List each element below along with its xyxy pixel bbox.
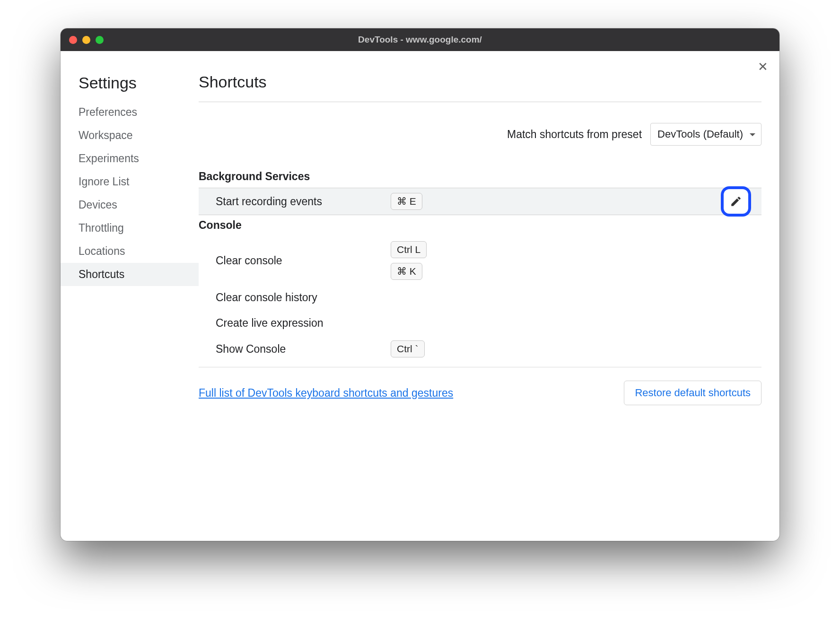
restore-defaults-button[interactable]: Restore default shortcuts: [624, 381, 761, 405]
window-minimize-button[interactable]: [82, 36, 90, 44]
sidebar-item-experiments[interactable]: Experiments: [61, 147, 199, 170]
edit-shortcut-button[interactable]: [724, 189, 748, 214]
sidebar-item-shortcuts[interactable]: Shortcuts: [61, 263, 199, 286]
window-close-button[interactable]: [69, 36, 77, 44]
preset-value: DevTools (Default): [657, 128, 743, 140]
sidebar-item-locations[interactable]: Locations: [61, 240, 199, 263]
titlebar: DevTools - www.google.com/: [61, 28, 779, 51]
preset-label: Match shortcuts from preset: [507, 128, 642, 141]
shortcut-action: Start recording events: [216, 195, 391, 208]
pencil-icon: [730, 195, 742, 208]
shortcut-row[interactable]: Create live expression: [199, 310, 761, 336]
shortcut-keys: ⌘ E: [391, 193, 422, 210]
sidebar-item-throttling[interactable]: Throttling: [61, 217, 199, 240]
sidebar-item-devices[interactable]: Devices: [61, 193, 199, 217]
shortcut-row[interactable]: Clear console history: [199, 285, 761, 310]
shortcut-row[interactable]: Clear consoleCtrl L⌘ K: [199, 236, 761, 285]
full-list-link[interactable]: Full list of DevTools keyboard shortcuts…: [199, 387, 453, 400]
sidebar-item-ignore-list[interactable]: Ignore List: [61, 170, 199, 193]
window-title: DevTools - www.google.com/: [61, 35, 779, 45]
shortcut-action: Show Console: [216, 343, 391, 356]
body: ✕ Settings PreferencesWorkspaceExperimen…: [61, 51, 779, 541]
sidebar-item-preferences[interactable]: Preferences: [61, 101, 199, 124]
shortcut-keys: Ctrl L⌘ K: [391, 241, 427, 280]
sidebar-item-workspace[interactable]: Workspace: [61, 124, 199, 147]
key-chip: Ctrl L: [391, 241, 427, 258]
traffic-lights: [69, 36, 104, 44]
shortcut-row[interactable]: Show ConsoleCtrl `: [199, 336, 761, 362]
preset-row: Match shortcuts from preset DevTools (De…: [199, 102, 761, 166]
shortcut-action: Clear console: [216, 254, 391, 267]
shortcut-row[interactable]: Start recording events⌘ E: [199, 188, 761, 215]
settings-main: Shortcuts Match shortcuts from preset De…: [199, 51, 779, 541]
section-heading: Console: [199, 215, 761, 236]
page-title: Shortcuts: [199, 73, 761, 102]
preset-select[interactable]: DevTools (Default): [650, 123, 761, 146]
section-heading: Background Services: [199, 166, 761, 188]
footer: Full list of DevTools keyboard shortcuts…: [199, 367, 761, 418]
shortcut-action: Create live expression: [216, 317, 391, 330]
devtools-window: DevTools - www.google.com/ ✕ Settings Pr…: [61, 28, 779, 541]
key-chip: ⌘ E: [391, 193, 422, 210]
settings-sidebar: Settings PreferencesWorkspaceExperiments…: [61, 51, 199, 541]
key-chip: ⌘ K: [391, 263, 422, 280]
window-maximize-button[interactable]: [96, 36, 104, 44]
shortcut-action: Clear console history: [216, 291, 391, 304]
sidebar-heading: Settings: [61, 73, 199, 101]
close-icon[interactable]: ✕: [758, 61, 768, 73]
key-chip: Ctrl `: [391, 340, 425, 357]
shortcut-keys: Ctrl `: [391, 340, 425, 357]
